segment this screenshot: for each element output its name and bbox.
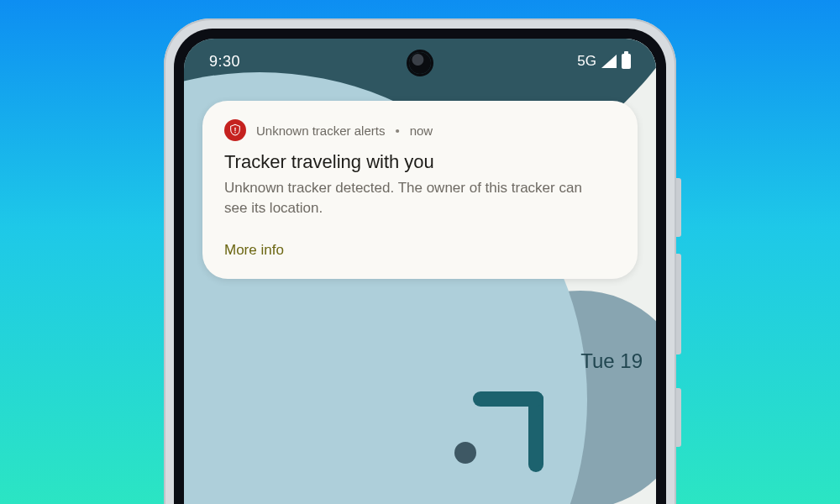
signal-icon xyxy=(601,55,617,68)
notification-body: Unknown tracker detected. The owner of t… xyxy=(224,178,594,218)
camera-punch-hole xyxy=(409,52,431,74)
notification-title: Tracker traveling with you xyxy=(224,151,616,173)
notification-card[interactable]: Unknown tracker alerts • now Tracker tra… xyxy=(202,101,638,279)
device-bezel: 9:30 5G Tue 19 xyxy=(174,29,666,504)
notification-header: Unknown tracker alerts • now xyxy=(224,119,616,141)
side-button xyxy=(676,254,681,354)
side-button xyxy=(676,178,681,237)
shield-alert-icon xyxy=(224,119,246,141)
screen: 9:30 5G Tue 19 xyxy=(184,39,656,504)
wallpaper-shape xyxy=(454,442,476,464)
status-time: 9:30 xyxy=(209,53,240,71)
device-frame: 9:30 5G Tue 19 xyxy=(164,18,676,504)
wallpaper-shape xyxy=(473,391,543,407)
backdrop: 9:30 5G Tue 19 xyxy=(0,0,840,504)
battery-icon xyxy=(622,54,631,69)
lockscreen-date: Tue 19 xyxy=(580,349,643,373)
status-indicators: 5G xyxy=(577,53,631,70)
separator: • xyxy=(395,123,399,138)
more-info-button[interactable]: More info xyxy=(224,242,284,259)
svg-point-1 xyxy=(234,132,235,133)
notification-app-name: Unknown tracker alerts xyxy=(256,123,385,138)
notification-timestamp: now xyxy=(410,123,433,138)
side-button xyxy=(676,388,681,447)
network-label: 5G xyxy=(577,53,596,70)
